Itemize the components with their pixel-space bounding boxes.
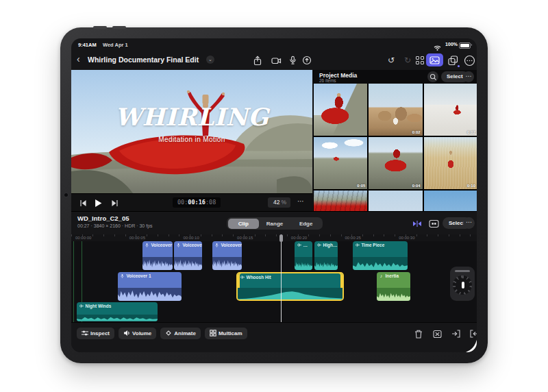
jog-dial[interactable] — [453, 275, 472, 295]
redo-icon[interactable]: ↻ — [401, 54, 414, 66]
mic-icon — [120, 273, 125, 279]
media-thumbnail-red-cloth[interactable] — [314, 191, 367, 211]
record-icon[interactable] — [301, 54, 313, 66]
clip-label: Inertia — [386, 273, 399, 278]
volume-down-button[interactable] — [112, 26, 126, 29]
timeline-clip-name: WD_Intro_C2_05 — [77, 215, 129, 222]
title-dropdown-icon[interactable]: ⌄ — [206, 56, 214, 64]
snapping-icon[interactable] — [411, 218, 423, 229]
viewer[interactable]: WHIRLING Meditation in Motion — [71, 70, 312, 193]
wave-icon — [355, 243, 360, 247]
timeline-clip-inertia[interactable]: ♪Inertia — [377, 272, 410, 301]
playhead[interactable] — [281, 234, 282, 322]
viewer-video-frame — [71, 70, 312, 193]
animate-button[interactable]: Animate — [160, 328, 201, 339]
search-icon[interactable] — [427, 71, 438, 82]
microphone-icon[interactable] — [286, 54, 299, 66]
edit-mode-segmented-control[interactable]: ClipRangeEdge — [227, 217, 323, 230]
insert-clip-icon[interactable] — [451, 329, 460, 339]
front-camera — [64, 193, 68, 197]
clip-waveform — [295, 257, 312, 270]
clip-waveform — [353, 257, 408, 270]
project-title: Whirling Documentary Final Edit — [88, 56, 199, 64]
clip-waveform — [212, 257, 242, 270]
effects-icon[interactable] — [447, 54, 459, 66]
clip-waveform — [174, 257, 202, 270]
media-grid: 0:020:020:050:040:10 — [314, 84, 477, 211]
volume-icon — [123, 330, 130, 338]
more-icon[interactable] — [463, 54, 475, 66]
note-icon: ♪ — [379, 273, 384, 278]
clip-label: Time Piece — [362, 243, 385, 247]
viewer-zoom-control[interactable]: 42% — [268, 197, 290, 208]
append-clip-icon[interactable] — [469, 329, 477, 339]
mode-edge[interactable]: Edge — [290, 219, 322, 229]
timeline-ruler[interactable]: 00:00:0000:00:0500:00:1000:00:1500:00:20… — [71, 234, 477, 241]
ipad-device: 9:41AM Wed Apr 1 100% ‹ Whirling Documen… — [60, 27, 488, 363]
timeline-clip-whoosh-hit[interactable]: Whoosh Hit — [236, 272, 344, 301]
jog-wheel[interactable] — [450, 267, 475, 301]
back-button[interactable]: ‹ — [77, 53, 80, 65]
media-thumbnail-desert-rocks[interactable]: 0:02 — [369, 84, 422, 136]
clip-label: Voiceover 1 — [127, 273, 151, 278]
timeline-more-icon[interactable]: ⋯ — [463, 217, 475, 229]
button-label: Volume — [132, 330, 151, 336]
skip-back-icon[interactable] — [78, 199, 88, 207]
camera-icon[interactable] — [270, 54, 282, 66]
undo-icon[interactable]: ↺ — [385, 54, 397, 66]
media-thumbnail-hat-profile[interactable] — [369, 191, 422, 211]
clock: 9:41AM — [78, 42, 97, 48]
clip-waveform — [377, 288, 410, 301]
timeline-clip-[interactable]: … — [295, 241, 312, 270]
timeline-clip-voiceover-3[interactable]: Voiceover 3 — [212, 241, 242, 270]
skip-forward-icon[interactable] — [110, 199, 119, 207]
multicam-icon — [210, 330, 216, 338]
thumbnail-duration: 0:04 — [412, 184, 421, 188]
inspect-button[interactable]: Inspect — [77, 328, 114, 339]
media-thumbnail-badlands-clouds[interactable]: 0:05 — [314, 137, 367, 189]
clip-stem — [73, 241, 74, 322]
timecode-display: 00:00:16:08 — [173, 197, 221, 208]
timeline-clip-voiceover-1[interactable]: Voiceover 1 — [118, 272, 182, 301]
media-thumbnail-dancer-mountain[interactable] — [314, 84, 367, 136]
timeline-clip-time-piece[interactable]: Time Piece — [353, 241, 408, 270]
volume-up-button[interactable] — [93, 26, 107, 29]
timeline-tracks[interactable]: Voiceover 2Voiceover 2Voiceover 3…High…T… — [71, 241, 477, 322]
mode-clip[interactable]: Clip — [228, 219, 260, 229]
clip-waveform — [238, 288, 342, 299]
animate-icon — [165, 330, 172, 338]
title-overlay: WHIRLING — [71, 103, 312, 131]
thumbnail-duration: 0:02 — [412, 130, 421, 134]
media-thumbnail-wheat-field[interactable]: 0:10 — [424, 137, 477, 189]
ruler-label: 00:00:25 — [345, 236, 361, 240]
ruler-label: 00:00:30 — [399, 236, 414, 240]
media-thumbnail-salt-flat[interactable]: 0:02 — [424, 84, 477, 136]
trash-icon[interactable] — [414, 329, 423, 339]
timeline-clip-meta: 00:27 · 3840 × 2160 · HDR · 30 fps — [77, 223, 153, 228]
timeline-clip-high[interactable]: High… — [314, 241, 338, 270]
multicam-button[interactable]: Multicam — [205, 328, 247, 339]
mode-range[interactable]: Range — [259, 219, 290, 229]
blade-icon[interactable] — [432, 329, 442, 339]
timeline-clip-voiceover-2[interactable]: Voiceover 2 — [142, 241, 173, 270]
viewer-more-icon[interactable]: ⋯ — [297, 197, 305, 205]
share-icon[interactable] — [251, 54, 264, 66]
play-button[interactable] — [93, 199, 103, 207]
top-toolbar: ‹ Whirling Documentary Final Edit ⌄ ↺ ↻ — [71, 50, 477, 70]
media-thumbnail-whirl-badlands[interactable]: 0:04 — [369, 137, 422, 189]
media-browser-toggle[interactable] — [426, 53, 443, 66]
workspace-icon[interactable] — [414, 54, 426, 66]
clip-label: Voiceover 3 — [221, 243, 242, 247]
media-more-icon[interactable]: ⋯ — [463, 71, 474, 82]
jog-handle[interactable] — [455, 270, 470, 272]
timeline-clip-night-winds[interactable]: Night Winds — [77, 302, 158, 321]
storyline-icon[interactable] — [427, 218, 440, 229]
mic-icon — [176, 243, 181, 248]
media-thumbnail-sky-clouds[interactable] — [424, 191, 477, 211]
timeline-header: WD_Intro_C2_05 00:27 · 3840 × 2160 · HDR… — [71, 211, 477, 235]
subtitle-overlay: Meditation in Motion — [71, 136, 312, 143]
playhead-handle[interactable] — [279, 234, 283, 242]
timeline-clip-voiceover-2[interactable]: Voiceover 2 — [174, 241, 202, 270]
volume-button[interactable]: Volume — [119, 328, 156, 339]
status-bar: 9:41AM Wed Apr 1 100% — [71, 38, 477, 50]
